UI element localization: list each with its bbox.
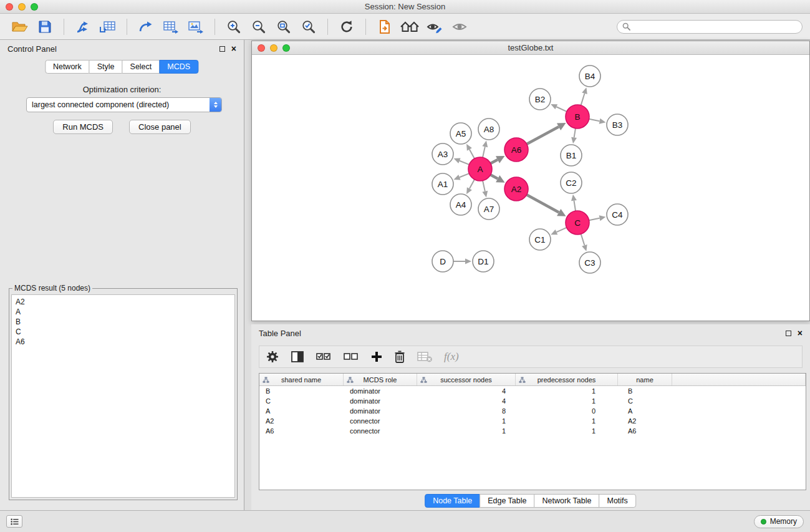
save-session-button[interactable] <box>32 16 57 37</box>
graph-edge-B-B4[interactable] <box>581 94 585 105</box>
criterion-dropdown[interactable]: largest connected component (directed) <box>26 97 222 112</box>
table-cell[interactable]: A2 <box>259 416 344 426</box>
graph-edge-C-C3[interactable] <box>581 234 585 245</box>
graph-edge-A-A7[interactable] <box>483 181 485 191</box>
select-all-button[interactable] <box>316 347 332 366</box>
graph-edge-A-A4[interactable] <box>470 180 475 189</box>
close-panel-icon[interactable]: × <box>231 46 236 52</box>
tab-network-table[interactable]: Network Table <box>534 494 600 508</box>
table-row[interactable]: A2connector11A2 <box>259 416 806 426</box>
table-cell[interactable]: B <box>618 386 672 396</box>
network-overview-button[interactable] <box>397 16 422 37</box>
zoom-out-button[interactable] <box>246 16 271 37</box>
table-cell[interactable]: 0 <box>516 406 618 416</box>
graph-edge-A-A8[interactable] <box>483 147 485 157</box>
tab-node-table[interactable]: Node Table <box>425 494 480 508</box>
graphics-details-button[interactable] <box>447 16 472 37</box>
table-cell[interactable]: C <box>259 396 344 406</box>
graph-edge-A-A5[interactable] <box>470 149 475 158</box>
table-cell[interactable]: dominator <box>344 386 417 396</box>
memory-button[interactable]: Memory <box>754 515 804 528</box>
import-network-button[interactable] <box>70 16 95 37</box>
table-cell[interactable]: connector <box>344 426 417 436</box>
tab-network[interactable]: Network <box>45 60 90 74</box>
graph-edge-A-A3[interactable] <box>460 161 469 165</box>
result-item[interactable]: B <box>16 317 231 327</box>
tab-edge-table[interactable]: Edge Table <box>480 494 534 508</box>
float-panel-icon[interactable] <box>786 331 791 336</box>
table-settings-button[interactable] <box>266 347 279 366</box>
zoom-fit-button[interactable] <box>271 16 296 37</box>
table-cell[interactable]: 1 <box>516 416 618 426</box>
table-cell[interactable]: B <box>259 386 344 396</box>
import-table-button[interactable] <box>95 16 120 37</box>
refresh-button[interactable] <box>334 16 359 37</box>
result-item[interactable]: A <box>16 307 231 317</box>
search-box[interactable] <box>617 20 803 34</box>
unselect-all-button[interactable] <box>343 347 359 366</box>
show-column-button[interactable] <box>291 347 304 366</box>
result-item[interactable]: A2 <box>16 297 231 307</box>
table-row[interactable]: A6connector11A6 <box>259 426 806 436</box>
graph-edge-A-A2[interactable] <box>491 175 498 178</box>
mcds-result-list[interactable]: A2 A B C A6 <box>11 294 235 498</box>
add-row-button[interactable] <box>370 347 383 366</box>
delete-table-button[interactable] <box>417 347 433 366</box>
table-cell[interactable]: A <box>618 406 672 416</box>
function-builder-button[interactable]: f(x) <box>444 347 459 366</box>
column-header-name[interactable]: name <box>618 374 672 385</box>
delete-row-button[interactable] <box>394 347 405 366</box>
table-cell[interactable]: A6 <box>618 426 672 436</box>
float-panel-icon[interactable] <box>219 46 225 52</box>
graph-edge-A6-B[interactable] <box>527 127 559 144</box>
task-history-button[interactable] <box>6 515 22 528</box>
graph-edge-C-C2[interactable] <box>574 201 576 211</box>
zoom-in-button[interactable] <box>221 16 246 37</box>
graph-edge-A-A6[interactable] <box>491 160 498 163</box>
table-cell[interactable]: 4 <box>417 396 516 406</box>
table-cell[interactable]: A2 <box>618 416 672 426</box>
tab-motifs[interactable]: Motifs <box>599 494 635 508</box>
column-header-mcds-role[interactable]: MCDS role <box>344 374 417 385</box>
column-header-shared-name[interactable]: shared name <box>259 374 344 385</box>
column-header-successor-nodes[interactable]: successor nodes <box>417 374 516 385</box>
tab-mcds[interactable]: MCDS <box>159 60 198 74</box>
table-cell[interactable]: dominator <box>344 406 417 416</box>
tab-select[interactable]: Select <box>122 60 160 74</box>
table-row[interactable]: Bdominator41B <box>259 386 806 396</box>
table-cell[interactable]: connector <box>344 416 417 426</box>
graph-edge-C-C4[interactable] <box>589 218 600 220</box>
result-item[interactable]: C <box>16 327 231 337</box>
column-header-predecessor-nodes[interactable]: predecessor nodes <box>516 374 618 385</box>
graph-edge-C-C1[interactable] <box>556 228 566 232</box>
graph-edge-B-B2[interactable] <box>556 107 567 112</box>
export-table-button[interactable] <box>158 16 183 37</box>
graph-edge-B-B3[interactable] <box>589 119 600 121</box>
export-network-button[interactable] <box>133 16 158 37</box>
close-panel-button[interactable]: Close panel <box>129 120 191 134</box>
open-session-button[interactable] <box>7 16 32 37</box>
graph-edge-A-A1[interactable] <box>460 173 469 177</box>
table-row[interactable]: Adominator80A <box>259 406 806 416</box>
table-cell[interactable]: 1 <box>516 426 618 436</box>
table-cell[interactable]: 1 <box>417 416 516 426</box>
table-row[interactable]: Cdominator41C <box>259 396 806 406</box>
table-cell[interactable]: 1 <box>516 386 618 396</box>
graph-edge-A2-C[interactable] <box>527 195 559 212</box>
run-mcds-button[interactable]: Run MCDS <box>53 120 113 134</box>
level-of-detail-button[interactable] <box>422 16 447 37</box>
close-panel-icon[interactable]: × <box>798 330 803 336</box>
result-item[interactable]: A6 <box>16 337 231 347</box>
table-cell[interactable]: A <box>259 406 344 416</box>
search-input[interactable] <box>633 22 797 31</box>
table-cell[interactable]: C <box>618 396 672 406</box>
window-titlebar[interactable]: Session: New Session <box>0 0 810 14</box>
table-cell[interactable]: 8 <box>417 406 516 416</box>
graph-edge-B-B1[interactable] <box>574 128 576 138</box>
tab-style[interactable]: Style <box>89 60 123 74</box>
network-canvas[interactable]: B4B2BB3B1A5A8A6A3AA1A2C2A4A7C4CC1C3DD1 <box>252 56 809 321</box>
table-cell[interactable]: 1 <box>516 396 618 406</box>
export-image-button[interactable] <box>183 16 208 37</box>
zoom-selected-button[interactable] <box>296 16 321 37</box>
table-cell[interactable]: 1 <box>417 426 516 436</box>
